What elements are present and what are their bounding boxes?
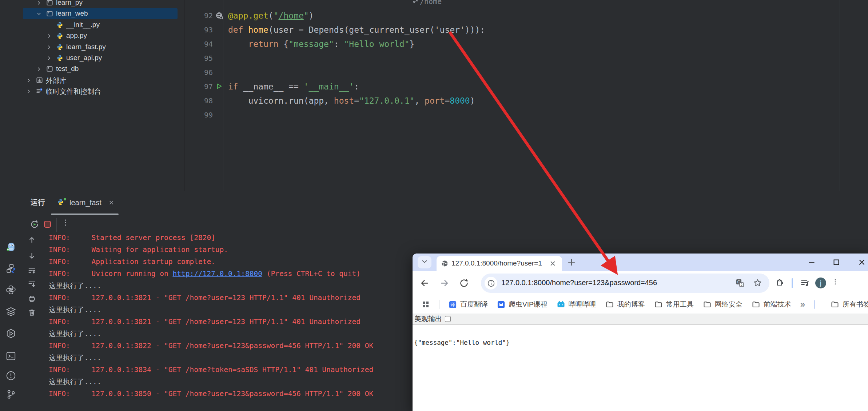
bookmark-网络安全[interactable]: 网络安全 bbox=[703, 300, 742, 309]
extensions-icon[interactable] bbox=[776, 278, 785, 288]
server-url-link[interactable]: http://127.0.0.1:8000 bbox=[172, 270, 262, 278]
maximize-button[interactable] bbox=[831, 257, 842, 267]
console-line: 这里执行了.... bbox=[49, 304, 434, 316]
bookmark-所有书签[interactable]: 所有书签 bbox=[831, 300, 868, 309]
layers-icon[interactable] bbox=[5, 306, 16, 317]
chevron-right-icon[interactable] bbox=[36, 66, 42, 72]
route-link[interactable]: /home bbox=[279, 11, 304, 20]
close-window-button[interactable] bbox=[856, 257, 867, 267]
translate-icon[interactable]: G文 bbox=[736, 279, 744, 287]
console-text: 这里执行了.... bbox=[49, 282, 101, 290]
code-token: ( bbox=[268, 11, 274, 20]
terminal-icon[interactable] bbox=[5, 351, 16, 362]
clear-icon[interactable] bbox=[28, 309, 36, 316]
console-text: INFO: Application startup complete. bbox=[49, 258, 215, 266]
pretty-print-checkbox[interactable] bbox=[445, 316, 451, 322]
tree-item-[interactable]: 外部库 bbox=[21, 75, 184, 86]
line-number: 95 bbox=[191, 51, 213, 65]
tree-item-label: 外部库 bbox=[46, 76, 67, 85]
bookmark-label: 哔哩哔哩 bbox=[569, 300, 596, 309]
tree-item-learn_fastpy[interactable]: learn_fast.py bbox=[21, 41, 184, 53]
tree-item-label: app.py bbox=[66, 32, 87, 40]
console-line: 这里执行了.... bbox=[49, 280, 434, 292]
code-token: def bbox=[228, 25, 248, 35]
new-tab-button[interactable] bbox=[567, 258, 576, 267]
tree-item-test_db[interactable]: test_db bbox=[21, 63, 184, 75]
tree-item-label: 临时文件和控制台 bbox=[46, 87, 101, 96]
code-editor[interactable]: /home 92@app.get("/home")93def home(user… bbox=[185, 0, 840, 191]
tree-item-user_apipy[interactable]: user_api.py bbox=[21, 52, 184, 64]
code-token: { bbox=[283, 39, 288, 49]
print-icon[interactable] bbox=[28, 295, 36, 303]
console-text: INFO: 127.0.0.1:3822 - "GET /home?user=1… bbox=[49, 342, 373, 350]
close-icon[interactable] bbox=[108, 199, 115, 206]
reload-button[interactable] bbox=[459, 278, 469, 288]
console-text: INFO: Uvicorn running on bbox=[49, 270, 172, 278]
tree-item-__init__py[interactable]: __init__.py bbox=[21, 19, 184, 31]
forward-button[interactable] bbox=[439, 278, 449, 288]
tree-item-learn_web[interactable]: learn_web bbox=[21, 8, 184, 19]
rerun-button[interactable] bbox=[30, 220, 39, 229]
chevron-right-icon[interactable] bbox=[46, 33, 52, 39]
chevron-right-icon[interactable] bbox=[46, 55, 52, 61]
console-line: INFO: 127.0.0.1:3821 - "GET /home?user=1… bbox=[49, 292, 434, 304]
tree-item-[interactable]: 临时文件和控制台 bbox=[21, 85, 184, 97]
code-token: ) bbox=[470, 96, 475, 105]
ai-assistant-icon[interactable] bbox=[5, 242, 16, 253]
chevron-right-icon[interactable] bbox=[46, 44, 52, 50]
apps-grid-button[interactable] bbox=[421, 300, 430, 309]
browser-page-content: {"message":"Hello world"} bbox=[413, 325, 868, 411]
chevron-right-icon[interactable] bbox=[36, 0, 42, 5]
run-line-icon[interactable] bbox=[215, 83, 223, 91]
run-tab-learn-fast[interactable]: learn_fast bbox=[51, 194, 142, 213]
up-icon[interactable] bbox=[28, 236, 36, 244]
bookmark-label: 网络安全 bbox=[715, 300, 742, 309]
bookmark-star-icon[interactable] bbox=[753, 278, 762, 287]
console-text: INFO: 127.0.0.1:3850 - "GET /home?user=1… bbox=[49, 390, 373, 398]
down-icon[interactable] bbox=[28, 252, 36, 260]
profile-avatar[interactable]: j bbox=[815, 278, 826, 288]
back-button[interactable] bbox=[420, 278, 430, 288]
code-token: = bbox=[354, 96, 359, 105]
svg-text:文: 文 bbox=[740, 283, 743, 287]
version-control-icon[interactable] bbox=[5, 389, 16, 400]
more-options-icon[interactable] bbox=[61, 219, 69, 230]
browser-menu-icon[interactable] bbox=[832, 278, 838, 288]
tree-item-learn_py[interactable]: learn_py bbox=[21, 0, 184, 8]
chevron-right-icon[interactable] bbox=[26, 88, 32, 94]
scroll-end-icon[interactable] bbox=[28, 280, 36, 288]
console-text: INFO: 127.0.0.1:3834 - "GET /home?token=… bbox=[49, 366, 373, 374]
tab-search-button[interactable] bbox=[418, 256, 431, 268]
chevron-right-icon[interactable] bbox=[26, 77, 32, 83]
code-token: __name__ == bbox=[243, 82, 304, 91]
bookmark-常用工具[interactable]: 常用工具 bbox=[654, 300, 694, 309]
python-console-icon[interactable] bbox=[5, 284, 16, 295]
code-token: (user = Depends(get_current_user('user')… bbox=[268, 25, 485, 35]
run-console-output[interactable]: INFO: Started server process [2820]INFO:… bbox=[49, 232, 434, 411]
bookmark-百度翻译[interactable]: 译百度翻译 bbox=[449, 300, 488, 309]
code-token: 8000 bbox=[450, 96, 470, 105]
bookmark-我的博客[interactable]: 我的博客 bbox=[605, 300, 645, 309]
overflow-button[interactable]: » bbox=[800, 301, 805, 308]
structure-icon[interactable] bbox=[5, 263, 16, 274]
address-bar[interactable]: 127.0.0.1:8000/home?user=123&password=45… bbox=[481, 274, 769, 293]
minimize-button[interactable] bbox=[806, 257, 817, 267]
soft-wrap-icon[interactable] bbox=[28, 267, 36, 274]
line-number: 96 bbox=[191, 65, 213, 80]
endpoint-gutter-icon[interactable] bbox=[215, 12, 223, 20]
apps-grid-icon bbox=[421, 300, 430, 309]
pretty-print-label: 美观输出 bbox=[414, 314, 442, 324]
site-info-icon[interactable] bbox=[485, 277, 497, 290]
browser-active-tab[interactable]: 127.0.0.1:8000/home?user=1 bbox=[437, 256, 562, 271]
endpoint-inlay: /home bbox=[413, 0, 442, 9]
media-controls-icon[interactable] bbox=[800, 278, 810, 288]
bookmark-前端技术[interactable]: 前端技术 bbox=[752, 300, 791, 309]
services-icon[interactable] bbox=[5, 328, 16, 339]
close-icon[interactable] bbox=[549, 260, 556, 267]
stop-button[interactable] bbox=[44, 221, 51, 228]
bookmark-爬虫VIP课程[interactable]: 爬虫VIP课程 bbox=[497, 300, 548, 309]
problems-icon[interactable] bbox=[5, 370, 16, 381]
bookmark-哔哩哔哩[interactable]: 哔哩哔哩 bbox=[557, 300, 596, 309]
tree-item-apppy[interactable]: app.py bbox=[21, 30, 184, 41]
chevron-down-icon[interactable] bbox=[36, 11, 42, 16]
